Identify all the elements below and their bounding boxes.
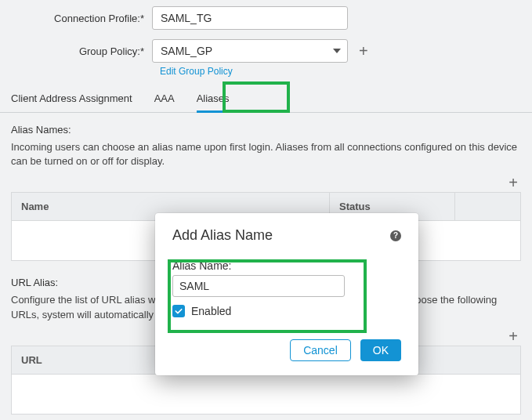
alias-name-field-label: Alias Name: [172, 259, 401, 272]
tab-aaa[interactable]: AAA [154, 86, 175, 112]
group-policy-label: Group Policy:* [11, 45, 152, 57]
modal-title: Add Alias Name [172, 227, 273, 244]
tab-aliases[interactable]: Aliases [197, 86, 230, 112]
col-actions [455, 193, 520, 220]
help-icon[interactable]: ? [390, 230, 401, 241]
add-alias-modal: Add Alias Name ? Alias Name: Enabled Can… [155, 213, 418, 375]
tab-client-address[interactable]: Client Address Assignment [11, 86, 132, 112]
enabled-label: Enabled [191, 305, 231, 317]
edit-group-policy-link[interactable]: Edit Group Policy [160, 66, 521, 77]
group-policy-select[interactable]: SAML_GP [152, 39, 348, 63]
add-alias-name-icon[interactable]: + [508, 175, 518, 190]
connection-profile-input[interactable] [152, 6, 348, 30]
add-group-policy-icon[interactable]: + [359, 43, 368, 59]
add-url-alias-icon[interactable]: + [508, 328, 518, 344]
alias-names-desc: Incoming users can choose an alias name … [11, 140, 520, 168]
chevron-down-icon [333, 49, 341, 53]
cancel-button[interactable]: Cancel [290, 339, 351, 361]
col-url-actions [404, 346, 520, 374]
enabled-checkbox[interactable] [172, 305, 185, 317]
group-policy-value: SAML_GP [161, 45, 212, 57]
ok-button[interactable]: OK [360, 339, 401, 361]
alias-name-input[interactable] [172, 275, 345, 297]
alias-names-title: Alias Names: [11, 124, 521, 136]
check-icon [174, 306, 183, 316]
connection-profile-label: Connection Profile:* [11, 13, 152, 24]
tab-bar: Client Address Assignment AAA Aliases [0, 86, 532, 113]
table-empty-row [12, 375, 520, 414]
